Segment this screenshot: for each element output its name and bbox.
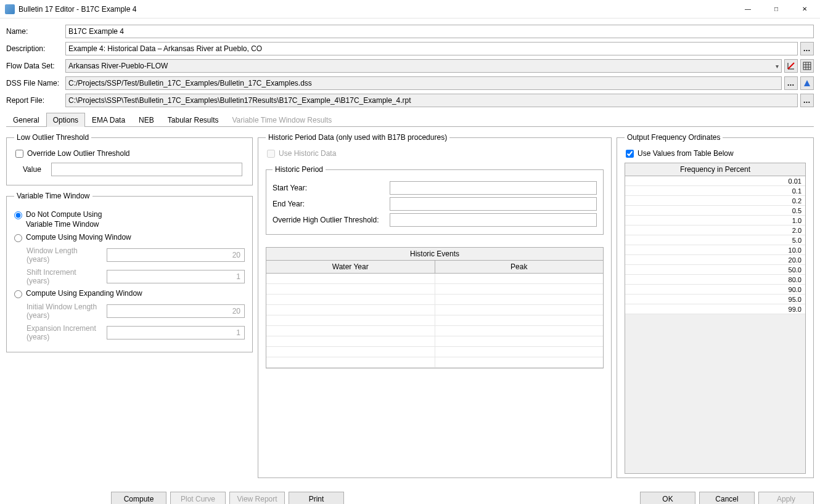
end-year-input[interactable] [390, 197, 597, 211]
table-row[interactable] [266, 274, 603, 284]
frequency-row[interactable]: 0.1 [625, 186, 805, 196]
output-freq-fieldset: Output Frequency Ordinates Use Values fr… [617, 133, 814, 478]
tab-options[interactable]: Options [46, 113, 85, 127]
ok-button[interactable]: OK [640, 492, 695, 504]
start-year-label: Start Year: [273, 184, 390, 192]
window-length-input: 20 [107, 248, 245, 262]
flow-plot-button[interactable] [784, 59, 798, 73]
frequency-row[interactable]: 50.0 [625, 265, 805, 275]
cancel-button[interactable]: Cancel [699, 492, 755, 504]
compute-button[interactable]: Compute [111, 492, 166, 504]
flow-table-button[interactable] [800, 59, 814, 73]
frequency-col-header: Frequency in Percent [625, 163, 805, 176]
frequency-blank-area [625, 314, 805, 473]
description-browse-button[interactable]: … [800, 42, 814, 55]
frequency-row[interactable]: 99.0 [625, 304, 805, 314]
vtw-fieldset: Variable Time Window Do Not Compute Usin… [6, 192, 253, 352]
historic-legend: Historic Period Data (only used with B17… [266, 133, 449, 142]
table-row[interactable] [266, 347, 603, 357]
low-outlier-fieldset: Low Outlier Threshold Override Low Outli… [6, 133, 253, 185]
tab-vtw-results: Variable Time Window Results [226, 113, 339, 127]
override-high-input[interactable] [390, 213, 597, 227]
override-high-label: Override High Outlier Threshold: [273, 216, 390, 224]
svg-marker-5 [804, 80, 810, 86]
vtw-moving-radio[interactable] [14, 234, 22, 242]
dss-file-input[interactable]: C:/Projects/SSP/Test/Bulletin_17C_Exampl… [65, 76, 782, 90]
dss-hist-button[interactable] [800, 76, 814, 90]
frequency-row[interactable]: 10.0 [625, 245, 805, 255]
window-length-label: Window Length(years) [27, 246, 107, 264]
shift-increment-label: Shift Increment(years) [27, 268, 107, 286]
table-row[interactable] [266, 295, 603, 305]
plot-curve-button: Plot Curve [170, 492, 226, 504]
shift-increment-input: 1 [107, 270, 245, 283]
dss-browse-button[interactable]: … [784, 76, 798, 90]
historic-period-fieldset: Historic Period Start Year: End Year: Ov… [266, 165, 604, 235]
vtw-legend: Variable Time Window [14, 192, 92, 200]
table-row[interactable] [266, 305, 603, 315]
frequency-row[interactable]: 90.0 [625, 285, 805, 295]
col-peak: Peak [435, 261, 604, 273]
initial-window-length-label: Initial Window Length(years) [27, 303, 107, 320]
start-year-input[interactable] [390, 181, 597, 195]
output-freq-legend: Output Frequency Ordinates [625, 133, 723, 142]
frequency-row[interactable]: 2.0 [625, 226, 805, 235]
tab-ema-data[interactable]: EMA Data [85, 113, 132, 127]
vtw-none-radio[interactable] [14, 211, 22, 219]
frequency-row[interactable]: 0.01 [625, 176, 805, 186]
table-row[interactable] [266, 284, 603, 295]
flow-data-combo[interactable]: Arkansas River-Pueblo-FLOW ▾ [65, 59, 782, 73]
minimize-button[interactable]: — [734, 0, 762, 18]
low-outlier-value-input[interactable] [51, 163, 242, 176]
svg-rect-0 [803, 62, 811, 70]
use-historic-checkbox [267, 150, 275, 158]
table-row[interactable] [266, 326, 603, 336]
col-water-year: Water Year [266, 261, 435, 273]
table-row[interactable] [266, 315, 603, 326]
dss-file-label: DSS File Name: [6, 79, 65, 87]
view-report-button: View Report [229, 492, 285, 504]
description-input[interactable]: Example 4: Historical Data – Arkansas Ri… [65, 42, 798, 55]
historic-events-title: Historic Events [266, 248, 603, 261]
use-historic-label: Use Historic Data [279, 149, 336, 158]
historic-events-table: Historic Events Water Year Peak [266, 247, 604, 368]
historic-events-body [266, 274, 603, 368]
use-values-label: Use Values from Table Below [638, 149, 734, 158]
low-outlier-legend: Low Outlier Threshold [14, 133, 91, 142]
print-button[interactable]: Print [289, 492, 344, 504]
flow-data-label: Flow Data Set: [6, 62, 65, 70]
close-button[interactable]: ✕ [790, 0, 819, 18]
expansion-increment-label: Expansion Increment(years) [27, 324, 107, 342]
override-low-outlier-checkbox[interactable] [15, 150, 23, 158]
description-label: Description: [6, 44, 65, 53]
expansion-increment-input: 1 [107, 326, 245, 339]
name-input[interactable]: B17C Example 4 [65, 25, 814, 38]
tab-tabular-results[interactable]: Tabular Results [161, 113, 226, 127]
tab-general[interactable]: General [6, 113, 46, 127]
frequency-row[interactable]: 0.5 [625, 206, 805, 216]
low-outlier-value-label: Value [23, 165, 51, 174]
frequency-row[interactable]: 5.0 [625, 235, 805, 245]
historic-fieldset: Historic Period Data (only used with B17… [258, 133, 612, 478]
report-file-label: Report File: [6, 96, 65, 105]
table-row[interactable] [266, 336, 603, 347]
vtw-expanding-radio[interactable] [14, 290, 22, 298]
frequency-row[interactable]: 1.0 [625, 216, 805, 226]
report-file-input[interactable]: C:\Projects\SSP\Test\Bulletin_17C_Exampl… [65, 94, 798, 107]
frequency-row[interactable]: 95.0 [625, 295, 805, 304]
tab-neb[interactable]: NEB [132, 113, 161, 127]
table-row[interactable] [266, 357, 603, 368]
window-title: Bulletin 17 Editor - B17C Example 4 [18, 5, 734, 14]
maximize-button[interactable]: □ [762, 0, 790, 18]
historic-period-legend: Historic Period [273, 165, 326, 174]
frequency-table: Frequency in Percent 0.010.10.20.51.02.0… [625, 163, 806, 474]
override-low-outlier-label: Override Low Outlier Threshold [27, 149, 130, 158]
initial-window-length-input: 20 [107, 304, 245, 318]
app-icon [5, 4, 15, 14]
use-values-checkbox[interactable] [626, 150, 634, 158]
frequency-row[interactable]: 0.2 [625, 196, 805, 206]
report-browse-button[interactable]: … [800, 94, 814, 107]
frequency-row[interactable]: 80.0 [625, 275, 805, 285]
apply-button: Apply [758, 492, 814, 504]
frequency-row[interactable]: 20.0 [625, 255, 805, 265]
